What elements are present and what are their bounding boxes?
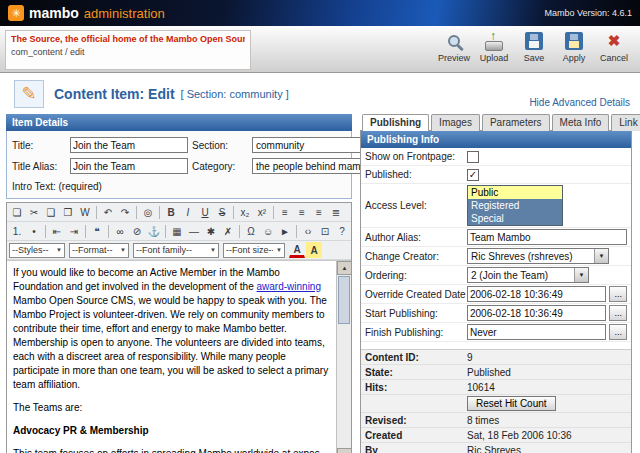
- created-date-picker-button[interactable]: ...: [609, 286, 627, 302]
- access-level-label: Access Level:: [365, 200, 467, 211]
- finish-publishing-input[interactable]: [467, 324, 606, 340]
- scroll-up-icon[interactable]: ▲: [337, 261, 351, 275]
- align-right-icon[interactable]: ≡: [311, 204, 327, 220]
- outdent-icon[interactable]: ⇤: [49, 223, 65, 239]
- editor-paragraph: This team focuses on efforts in spreadin…: [13, 447, 331, 453]
- source-code-icon[interactable]: ‹›: [300, 223, 316, 239]
- chevron-down-icon: ▼: [574, 268, 588, 282]
- tab-link-to-menu[interactable]: Link to Menu: [611, 114, 640, 131]
- ordering-label: Ordering:: [365, 270, 467, 281]
- site-name: The Source, the official home of the Mam…: [11, 34, 245, 44]
- paste-from-word-icon[interactable]: W: [77, 204, 93, 220]
- strikethrough-icon[interactable]: S: [214, 204, 230, 220]
- item-details-panel: Item Details Title: Section: community ▼…: [6, 114, 352, 453]
- title-alias-input[interactable]: [70, 158, 188, 174]
- find-icon[interactable]: ◎: [140, 204, 156, 220]
- text-color-icon[interactable]: A: [289, 243, 305, 258]
- align-left-icon[interactable]: ≡: [277, 204, 293, 220]
- start-publishing-input[interactable]: [467, 305, 606, 321]
- stats-box: Content ID:9State:PublishedHits:10614Res…: [361, 349, 631, 453]
- tab-meta-info[interactable]: Meta Info: [552, 114, 610, 131]
- category-label: Category:: [192, 161, 248, 172]
- unlink-icon[interactable]: ⊘: [129, 223, 145, 239]
- finish-date-picker-button[interactable]: ...: [609, 324, 627, 340]
- blockquote-icon[interactable]: ❝: [89, 223, 105, 239]
- insert-link-icon[interactable]: ∞: [112, 223, 128, 239]
- font-size-select[interactable]: --Font size--▼: [223, 243, 285, 258]
- copy-icon[interactable]: ❑: [43, 204, 59, 220]
- cleanup-icon[interactable]: ✱: [203, 223, 219, 239]
- tab-parameters[interactable]: Parameters: [482, 114, 550, 131]
- preview-icon: [441, 30, 467, 52]
- access-option-registered[interactable]: Registered: [468, 199, 562, 212]
- tab-images[interactable]: Images: [431, 114, 480, 131]
- help-icon[interactable]: ?: [334, 223, 350, 239]
- override-created-date-input[interactable]: [467, 286, 606, 302]
- undo-icon[interactable]: ↶: [100, 204, 116, 220]
- ordering-select[interactable]: 2 (Join the Team) ▼: [467, 267, 589, 283]
- cancel-button[interactable]: ✖Cancel: [596, 30, 632, 63]
- tab-publishing[interactable]: Publishing: [362, 114, 429, 131]
- start-publishing-row: Start Publishing: ...: [361, 304, 631, 323]
- frontpage-checkbox[interactable]: [467, 151, 479, 163]
- editor-scrollbar[interactable]: ▲ ▼: [336, 261, 351, 453]
- apply-button[interactable]: Apply: [556, 30, 592, 63]
- emoticons-icon[interactable]: ☺: [260, 223, 276, 239]
- styles-select[interactable]: --Styles--▼: [9, 243, 65, 258]
- frontpage-row: Show on Frontpage:: [361, 148, 631, 166]
- save-button[interactable]: Save: [516, 30, 552, 63]
- access-option-special[interactable]: Special: [468, 212, 562, 225]
- title-input[interactable]: [70, 137, 188, 153]
- upload-button[interactable]: ↑Upload: [476, 30, 512, 63]
- scroll-down-icon[interactable]: ▼: [337, 448, 351, 453]
- editor-toolbar-row1: ❏✂❑❒W↶↷◎BIUSx₂x²≡≡≡≣: [7, 203, 351, 222]
- background-color-icon[interactable]: A: [306, 242, 322, 258]
- subscript-icon[interactable]: x₂: [237, 204, 253, 220]
- format-select[interactable]: --Format--▼: [69, 243, 129, 258]
- indent-icon[interactable]: ⇥: [66, 223, 82, 239]
- font-family-select[interactable]: --Font family--▼: [133, 243, 219, 258]
- access-level-row: Access Level: PublicRegisteredSpecial: [361, 184, 631, 228]
- bold-icon[interactable]: B: [163, 204, 179, 220]
- author-alias-label: Author Alias:: [365, 232, 467, 243]
- chevron-down-icon: ▼: [276, 247, 282, 253]
- hide-advanced-details-link[interactable]: Hide Advanced Details: [529, 97, 630, 108]
- align-center-icon[interactable]: ≡: [294, 204, 310, 220]
- start-date-picker-button[interactable]: ...: [609, 305, 627, 321]
- horizontal-rule-icon[interactable]: —: [186, 223, 202, 239]
- chevron-down-icon: ▼: [594, 249, 608, 263]
- redo-icon[interactable]: ↷: [117, 204, 133, 220]
- remove-format-icon[interactable]: ✗: [220, 223, 236, 239]
- charmap-icon[interactable]: Ω: [243, 223, 259, 239]
- change-creator-label: Change Creator:: [365, 251, 467, 262]
- award-winning-link[interactable]: award-winning: [257, 281, 321, 292]
- ordered-list-icon[interactable]: 1.: [9, 223, 25, 239]
- scrollbar-thumb[interactable]: [338, 276, 350, 324]
- cut-icon[interactable]: ✂: [26, 204, 42, 220]
- reset-hit-count-button[interactable]: Reset Hit Count: [467, 396, 556, 411]
- toolbar-strip: The Source, the official home of the Mam…: [0, 26, 640, 73]
- fullscreen-icon[interactable]: ⊡: [317, 223, 333, 239]
- align-justify-icon[interactable]: ≣: [328, 204, 344, 220]
- change-creator-select[interactable]: Ric Shreves (rshreves) ▼: [467, 248, 609, 264]
- override-created-date-label: Override Created Date: [365, 289, 467, 300]
- author-alias-input[interactable]: [467, 229, 627, 245]
- preview-button[interactable]: Preview: [436, 30, 472, 63]
- anchor-icon[interactable]: ⚓: [146, 223, 162, 239]
- change-creator-row: Change Creator: Ric Shreves (rshreves) ▼: [361, 247, 631, 266]
- access-option-public[interactable]: Public: [468, 186, 562, 199]
- media-icon[interactable]: ►: [277, 223, 293, 239]
- stats-row: Content ID:9: [361, 350, 631, 365]
- new-document-icon[interactable]: ❏: [9, 204, 25, 220]
- toolbar-separator: [108, 225, 109, 238]
- editor-content[interactable]: If you would like to become an Active Me…: [7, 260, 351, 453]
- paste-icon[interactable]: ❒: [60, 204, 76, 220]
- access-level-list[interactable]: PublicRegisteredSpecial: [467, 185, 563, 226]
- underline-icon[interactable]: U: [197, 204, 213, 220]
- superscript-icon[interactable]: x²: [254, 204, 270, 220]
- italic-icon[interactable]: I: [180, 204, 196, 220]
- toolbar-separator: [45, 225, 46, 238]
- unordered-list-icon[interactable]: •: [26, 223, 42, 239]
- insert-image-icon[interactable]: ▦: [169, 223, 185, 239]
- published-checkbox[interactable]: [467, 169, 479, 181]
